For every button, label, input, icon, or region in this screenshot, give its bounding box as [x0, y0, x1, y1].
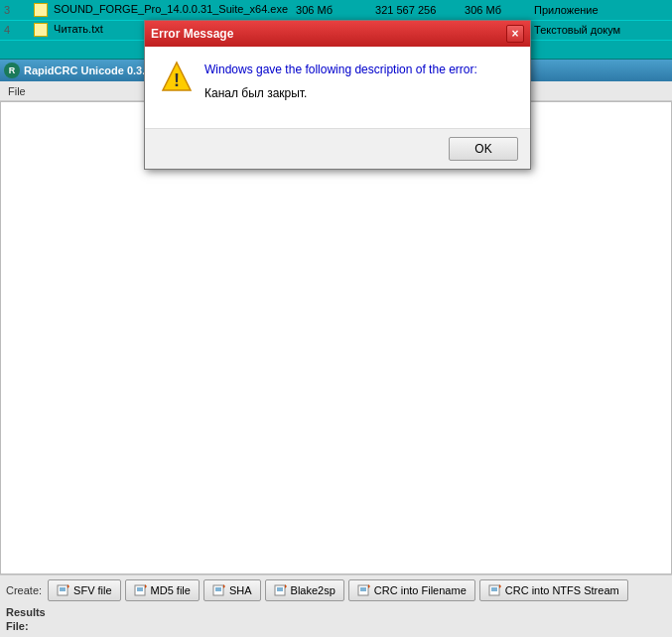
- dialog-title: Error Message: [151, 27, 233, 41]
- sfv-icon: [57, 584, 70, 596]
- app-icon: R: [4, 63, 20, 78]
- error-description-line2: Канал был закрыт.: [204, 86, 307, 100]
- row-num1: 321 567 256: [371, 0, 461, 20]
- dialog-text: Windows gave the following description o…: [204, 61, 477, 102]
- blake2sp-button[interactable]: Blake2sp: [265, 579, 344, 601]
- error-dialog: Error Message × ! Windows gave the follo…: [144, 20, 531, 170]
- stream-icon: [488, 584, 502, 596]
- ok-button[interactable]: OK: [449, 137, 518, 161]
- error-description-line1: Windows gave the following description o…: [204, 63, 477, 76]
- dialog-titlebar: Error Message ×: [145, 21, 530, 47]
- dialog-body: ! Windows gave the following description…: [145, 47, 530, 128]
- file-row: File:: [6, 619, 666, 633]
- row-filename: SOUND_FORGE_Pro_14.0.0.31_Suite_x64.exe: [30, 0, 292, 20]
- md5-icon: [134, 584, 148, 596]
- dialog-footer: OK: [145, 128, 530, 169]
- warning-icon: !: [161, 61, 193, 92]
- rapidcrc-bottom-bar: Create: SFV file: [0, 574, 672, 637]
- crc-filename-button[interactable]: CRC into Filename: [348, 579, 475, 601]
- rapidcrc-title: RapidCRC Unicode 0.3.3...: [24, 64, 161, 76]
- crc-filename-icon: [357, 584, 371, 596]
- create-label: Create:: [6, 584, 42, 596]
- results-label: Results: [6, 606, 46, 618]
- row-size: 306 Мб: [292, 0, 371, 20]
- sfv-file-button[interactable]: SFV file: [48, 579, 121, 601]
- row-id: 3: [0, 0, 30, 20]
- dialog-close-button[interactable]: ×: [506, 25, 524, 43]
- button-row: Create: SFV file: [6, 579, 666, 601]
- md5-file-button[interactable]: MD5 file: [125, 579, 200, 601]
- row-id: 4: [0, 20, 30, 40]
- dialog-message-row: ! Windows gave the following description…: [161, 61, 514, 102]
- blake-icon: [274, 584, 288, 596]
- row-num2: 306 Мб: [461, 0, 530, 20]
- file-icon: [34, 23, 48, 37]
- crc-stream-button[interactable]: CRC into NTFS Stream: [479, 579, 628, 601]
- table-row[interactable]: 3 SOUND_FORGE_Pro_14.0.0.31_Suite_x64.ex…: [0, 0, 672, 20]
- svg-text:!: !: [174, 70, 180, 90]
- sha-button[interactable]: SHA: [203, 579, 261, 601]
- sha-icon: [212, 584, 226, 596]
- file-icon: [34, 3, 48, 17]
- results-row: Results: [6, 605, 666, 619]
- row-type: Текстовый докум: [530, 20, 672, 40]
- row-type: Приложение: [530, 0, 672, 20]
- file-drop-area: [0, 101, 672, 574]
- file-label: File:: [6, 620, 29, 632]
